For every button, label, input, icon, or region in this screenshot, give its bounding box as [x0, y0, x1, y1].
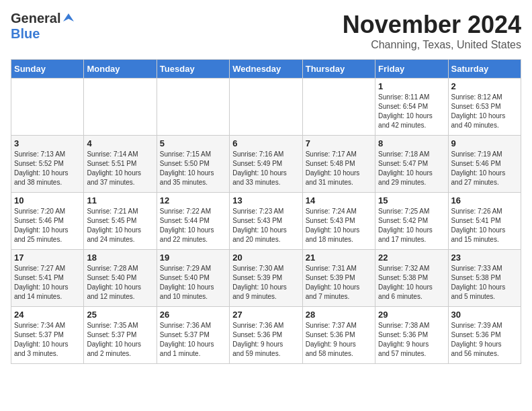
calendar-week-row: 1Sunrise: 8:11 AM Sunset: 6:54 PM Daylig…	[11, 79, 521, 136]
day-number: 5	[160, 138, 226, 148]
day-info: Sunrise: 7:16 AM Sunset: 5:49 PM Dayligh…	[232, 150, 299, 187]
day-number: 2	[451, 81, 518, 91]
calendar-cell: 10Sunrise: 7:20 AM Sunset: 5:46 PM Dayli…	[11, 193, 84, 250]
day-number: 26	[160, 310, 226, 320]
calendar-cell	[302, 79, 375, 136]
day-info: Sunrise: 7:39 AM Sunset: 5:36 PM Dayligh…	[451, 321, 518, 359]
day-number: 23	[451, 253, 518, 263]
logo-bird-icon	[62, 12, 75, 26]
calendar-cell: 1Sunrise: 8:11 AM Sunset: 6:54 PM Daylig…	[375, 79, 448, 136]
day-number: 8	[378, 138, 445, 148]
weekday-header-monday: Monday	[84, 60, 157, 79]
calendar-cell: 27Sunrise: 7:36 AM Sunset: 5:36 PM Dayli…	[230, 307, 302, 364]
day-info: Sunrise: 8:12 AM Sunset: 6:53 PM Dayligh…	[451, 93, 518, 130]
calendar-cell: 14Sunrise: 7:24 AM Sunset: 5:43 PM Dayli…	[302, 193, 375, 250]
day-info: Sunrise: 7:32 AM Sunset: 5:38 PM Dayligh…	[378, 264, 445, 302]
calendar-cell: 25Sunrise: 7:35 AM Sunset: 5:37 PM Dayli…	[84, 307, 157, 364]
day-info: Sunrise: 7:38 AM Sunset: 5:36 PM Dayligh…	[378, 321, 445, 359]
calendar-week-row: 17Sunrise: 7:27 AM Sunset: 5:41 PM Dayli…	[11, 250, 521, 307]
calendar-cell: 11Sunrise: 7:21 AM Sunset: 5:45 PM Dayli…	[84, 193, 157, 250]
calendar-cell: 8Sunrise: 7:18 AM Sunset: 5:47 PM Daylig…	[375, 136, 448, 193]
day-info: Sunrise: 7:23 AM Sunset: 5:43 PM Dayligh…	[232, 207, 299, 244]
weekday-header-wednesday: Wednesday	[230, 60, 302, 79]
day-number: 30	[451, 310, 518, 320]
day-info: Sunrise: 7:37 AM Sunset: 5:36 PM Dayligh…	[306, 321, 372, 359]
day-number: 10	[14, 195, 81, 205]
day-number: 11	[87, 195, 153, 205]
day-number: 13	[232, 195, 299, 205]
calendar-cell: 23Sunrise: 7:33 AM Sunset: 5:38 PM Dayli…	[448, 250, 521, 307]
logo-blue-text: Blue	[11, 26, 40, 41]
logo-general-text: General	[11, 11, 60, 26]
weekday-header-row: SundayMondayTuesdayWednesdayThursdayFrid…	[11, 60, 521, 79]
logo: General Blue	[11, 11, 75, 42]
day-info: Sunrise: 7:18 AM Sunset: 5:47 PM Dayligh…	[378, 150, 445, 187]
calendar-cell: 19Sunrise: 7:29 AM Sunset: 5:40 PM Dayli…	[157, 250, 229, 307]
day-number: 3	[14, 138, 81, 148]
day-number: 12	[160, 195, 226, 205]
day-number: 9	[451, 138, 518, 148]
calendar-table: SundayMondayTuesdayWednesdayThursdayFrid…	[11, 59, 521, 364]
month-title: November 2024	[343, 11, 521, 39]
calendar-cell	[230, 79, 302, 136]
day-number: 20	[232, 253, 299, 263]
calendar-cell: 9Sunrise: 7:19 AM Sunset: 5:46 PM Daylig…	[448, 136, 521, 193]
day-info: Sunrise: 7:34 AM Sunset: 5:37 PM Dayligh…	[14, 321, 81, 359]
calendar-cell	[84, 79, 157, 136]
calendar-cell: 28Sunrise: 7:37 AM Sunset: 5:36 PM Dayli…	[302, 307, 375, 364]
day-number: 29	[378, 310, 445, 320]
calendar-cell: 12Sunrise: 7:22 AM Sunset: 5:44 PM Dayli…	[157, 193, 229, 250]
calendar-cell: 20Sunrise: 7:30 AM Sunset: 5:39 PM Dayli…	[230, 250, 302, 307]
calendar-cell: 7Sunrise: 7:17 AM Sunset: 5:48 PM Daylig…	[302, 136, 375, 193]
calendar-cell	[157, 79, 229, 136]
day-info: Sunrise: 7:27 AM Sunset: 5:41 PM Dayligh…	[14, 264, 81, 302]
calendar-cell	[11, 79, 84, 136]
day-info: Sunrise: 7:13 AM Sunset: 5:52 PM Dayligh…	[14, 150, 81, 187]
day-info: Sunrise: 7:19 AM Sunset: 5:46 PM Dayligh…	[451, 150, 518, 187]
day-info: Sunrise: 7:21 AM Sunset: 5:45 PM Dayligh…	[87, 207, 153, 244]
day-info: Sunrise: 7:14 AM Sunset: 5:51 PM Dayligh…	[87, 150, 153, 187]
weekday-header-thursday: Thursday	[302, 60, 375, 79]
weekday-header-saturday: Saturday	[448, 60, 521, 79]
day-number: 28	[306, 310, 372, 320]
day-number: 17	[14, 253, 81, 263]
day-info: Sunrise: 7:17 AM Sunset: 5:48 PM Dayligh…	[306, 150, 372, 187]
day-number: 21	[306, 253, 372, 263]
day-info: Sunrise: 7:24 AM Sunset: 5:43 PM Dayligh…	[306, 207, 372, 244]
calendar-cell: 29Sunrise: 7:38 AM Sunset: 5:36 PM Dayli…	[375, 307, 448, 364]
day-number: 1	[378, 81, 445, 91]
title-section: November 2024 Channing, Texas, United St…	[343, 11, 521, 51]
header: General Blue November 2024 Channing, Tex…	[11, 11, 521, 51]
day-info: Sunrise: 7:28 AM Sunset: 5:40 PM Dayligh…	[87, 264, 153, 302]
calendar-cell: 17Sunrise: 7:27 AM Sunset: 5:41 PM Dayli…	[11, 250, 84, 307]
calendar-cell: 18Sunrise: 7:28 AM Sunset: 5:40 PM Dayli…	[84, 250, 157, 307]
svg-marker-0	[63, 13, 74, 21]
calendar-week-row: 10Sunrise: 7:20 AM Sunset: 5:46 PM Dayli…	[11, 193, 521, 250]
weekday-header-sunday: Sunday	[11, 60, 84, 79]
calendar-cell: 3Sunrise: 7:13 AM Sunset: 5:52 PM Daylig…	[11, 136, 84, 193]
day-number: 24	[14, 310, 81, 320]
day-number: 14	[306, 195, 372, 205]
day-number: 25	[87, 310, 153, 320]
day-info: Sunrise: 7:36 AM Sunset: 5:36 PM Dayligh…	[232, 321, 299, 359]
day-info: Sunrise: 7:20 AM Sunset: 5:46 PM Dayligh…	[14, 207, 81, 244]
day-info: Sunrise: 7:22 AM Sunset: 5:44 PM Dayligh…	[160, 207, 226, 244]
day-number: 27	[232, 310, 299, 320]
calendar-cell: 6Sunrise: 7:16 AM Sunset: 5:49 PM Daylig…	[230, 136, 302, 193]
calendar-cell: 4Sunrise: 7:14 AM Sunset: 5:51 PM Daylig…	[84, 136, 157, 193]
day-number: 4	[87, 138, 153, 148]
day-number: 18	[87, 253, 153, 263]
weekday-header-friday: Friday	[375, 60, 448, 79]
day-info: Sunrise: 7:26 AM Sunset: 5:41 PM Dayligh…	[451, 207, 518, 244]
calendar-cell: 21Sunrise: 7:31 AM Sunset: 5:39 PM Dayli…	[302, 250, 375, 307]
calendar-cell: 30Sunrise: 7:39 AM Sunset: 5:36 PM Dayli…	[448, 307, 521, 364]
location-title: Channing, Texas, United States	[343, 39, 521, 51]
day-number: 6	[232, 138, 299, 148]
day-info: Sunrise: 7:36 AM Sunset: 5:37 PM Dayligh…	[160, 321, 226, 359]
day-info: Sunrise: 7:30 AM Sunset: 5:39 PM Dayligh…	[232, 264, 299, 302]
calendar-cell: 5Sunrise: 7:15 AM Sunset: 5:50 PM Daylig…	[157, 136, 229, 193]
calendar-cell: 26Sunrise: 7:36 AM Sunset: 5:37 PM Dayli…	[157, 307, 229, 364]
day-number: 19	[160, 253, 226, 263]
weekday-header-tuesday: Tuesday	[157, 60, 229, 79]
day-info: Sunrise: 7:15 AM Sunset: 5:50 PM Dayligh…	[160, 150, 226, 187]
